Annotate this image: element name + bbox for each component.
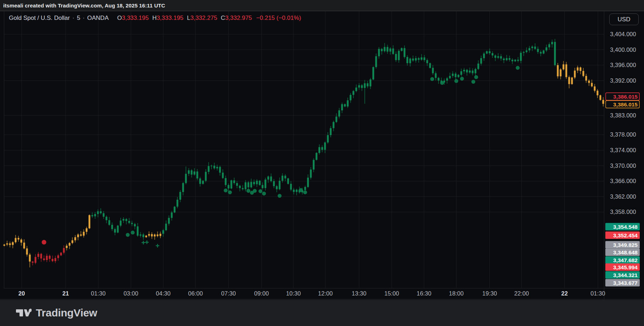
candle-body: [163, 230, 164, 234]
candle-body: [211, 166, 213, 166]
candle-body: [324, 143, 326, 150]
candle-body: [412, 59, 414, 61]
green-dot-marker: [224, 188, 228, 192]
candle-body: [199, 178, 201, 184]
candle-body: [469, 71, 471, 73]
candle-body: [387, 47, 389, 51]
candle-body: [219, 167, 221, 172]
candle-body: [333, 122, 335, 128]
candle-body: [546, 48, 547, 51]
green-dot-marker: [455, 79, 458, 83]
candle-body: [216, 167, 218, 168]
candle-body: [549, 44, 550, 48]
price-tick-label: 3,378.000: [610, 131, 636, 138]
green-dot-marker: [247, 189, 251, 193]
candle-body: [191, 170, 193, 175]
candle-body: [265, 179, 266, 188]
price-level-label-text: 3,345.994: [613, 264, 638, 270]
green-dot-marker: [474, 75, 478, 79]
candle-body: [526, 50, 528, 52]
time-tick-label: 20: [18, 290, 25, 297]
candle-body: [251, 182, 252, 187]
candle-body: [143, 234, 144, 237]
candle-body: [157, 234, 159, 236]
candle-body: [532, 46, 533, 48]
candle-body: [154, 234, 156, 237]
candle-body: [543, 50, 545, 54]
candle-body: [188, 170, 190, 174]
candle-body: [86, 228, 88, 232]
change-value: −0.215 (−0.01%): [256, 15, 301, 21]
candle-body: [69, 243, 71, 246]
candle-body: [194, 171, 196, 175]
candle-body: [145, 236, 147, 237]
candle-body: [398, 51, 400, 60]
time-tick-label: 21: [62, 290, 69, 297]
candle-body: [242, 188, 244, 189]
candle-body: [231, 180, 232, 188]
candle-body: [566, 64, 567, 77]
candle-body: [109, 220, 110, 225]
candle-body: [426, 60, 428, 63]
candle-body: [341, 104, 343, 110]
candle-body: [390, 49, 391, 52]
candle-body: [120, 221, 122, 226]
price-level-label-text: 3,349.825: [613, 242, 638, 248]
candle-body: [495, 55, 496, 58]
candle-body: [148, 234, 150, 236]
price-level-label-text: 3,344.321: [613, 272, 638, 278]
candle-body: [319, 147, 320, 153]
candle-body: [358, 85, 360, 88]
candle-body: [126, 219, 127, 221]
candle-body: [214, 166, 215, 168]
candle-body: [55, 258, 56, 261]
green-dot-marker: [430, 77, 434, 81]
candle-body: [574, 71, 576, 78]
tradingview-logo[interactable]: TradingView: [16, 307, 97, 319]
interval-label[interactable]: 5: [77, 15, 80, 21]
candle-body: [330, 128, 332, 135]
candle-body: [117, 226, 119, 233]
price-tick-label: 3,362.000: [610, 193, 636, 200]
candle-body: [111, 225, 113, 229]
candle-body: [287, 178, 289, 184]
candle-body: [509, 58, 511, 60]
candle-body: [506, 58, 508, 60]
candle-body: [123, 219, 125, 220]
candle-body: [600, 95, 601, 100]
candle-body: [446, 78, 448, 81]
candle-body: [77, 234, 79, 237]
candle-body: [293, 190, 295, 192]
candle-body: [182, 183, 184, 192]
close-value: 3,332.975: [225, 15, 252, 21]
candle-body: [259, 181, 261, 185]
currency-button[interactable]: USD: [609, 13, 639, 25]
candle-body: [290, 184, 292, 189]
candle-body: [106, 217, 108, 220]
close-label: C: [221, 15, 225, 21]
candle-body: [72, 240, 73, 243]
candle-body: [43, 259, 45, 260]
time-tick-label: 04:30: [156, 290, 170, 297]
candle-body: [185, 174, 187, 183]
green-dot-marker: [253, 189, 257, 193]
candle-body: [268, 177, 269, 180]
candle-body: [435, 73, 437, 78]
green-dot-marker: [131, 231, 135, 234]
green-dot-marker: [259, 189, 263, 193]
candle-body: [273, 181, 275, 186]
candle-body: [321, 147, 323, 150]
candle-body: [421, 57, 423, 60]
price-level-label-text: 3,347.682: [613, 257, 638, 263]
candle-body: [21, 239, 22, 243]
candle-body: [475, 69, 477, 73]
candle-body: [233, 180, 235, 183]
candle-body: [560, 70, 562, 77]
candle-body: [336, 117, 337, 122]
candle-body: [310, 170, 312, 178]
price-chart[interactable]: 3,404.0003,400.0003,396.0003,392.0003,38…: [0, 0, 644, 300]
candle-body: [353, 91, 354, 95]
symbol-title[interactable]: Gold Spot / U.S. Dollar: [9, 15, 70, 21]
candle-body: [347, 100, 349, 106]
candle-body: [583, 71, 584, 76]
